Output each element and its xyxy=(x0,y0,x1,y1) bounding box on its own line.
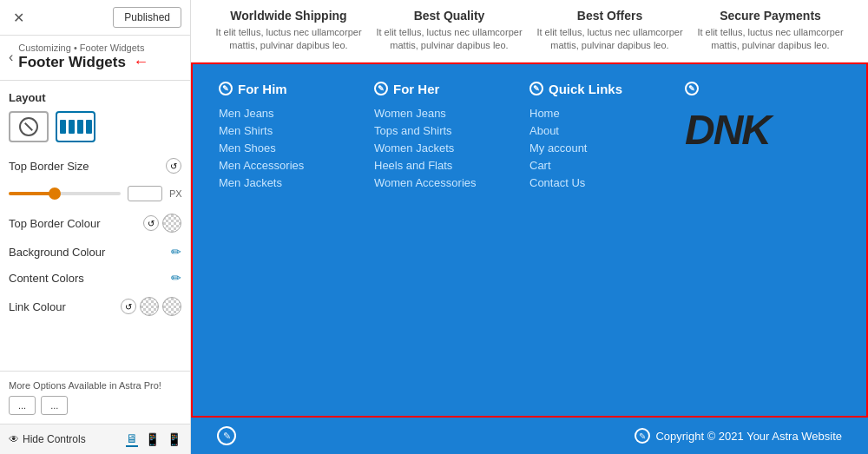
top-border-colour-controls: ↺ xyxy=(143,214,181,233)
close-button[interactable]: ✕ xyxy=(9,8,28,27)
published-button[interactable]: Published xyxy=(113,7,181,28)
panel-footer: More Options Available in Astra Pro! ...… xyxy=(0,371,190,424)
link-colour-reset[interactable]: ↺ xyxy=(121,299,136,314)
copyright-icon: ✎ xyxy=(635,428,650,444)
layout-single-icon xyxy=(19,117,38,136)
footer-link-tops-shirts[interactable]: Tops and Shirts xyxy=(374,124,529,137)
hide-controls-button[interactable]: 👁 Hide Controls xyxy=(9,433,86,445)
footer-bottom-edit-icon[interactable]: ✎ xyxy=(217,426,236,445)
footer-link-about[interactable]: About xyxy=(529,124,685,137)
logo-edit-icon[interactable]: ✎ xyxy=(685,82,699,95)
top-border-size-controls: ↺ xyxy=(166,158,181,174)
panel-top-bar: ✕ Published xyxy=(0,0,190,36)
hide-controls-label: Hide Controls xyxy=(23,433,86,445)
content-colors-label: Content Colors xyxy=(9,272,84,285)
link-colour-swatch2[interactable] xyxy=(162,297,181,316)
layout-label: Layout xyxy=(9,91,181,104)
layout-single-button[interactable] xyxy=(9,111,49,142)
feature-best-quality: Best Quality It elit tellus, luctus nec … xyxy=(372,9,528,53)
feature-title-2: Best Quality xyxy=(372,9,528,23)
top-border-size-reset[interactable]: ↺ xyxy=(166,158,181,174)
quick-links-label: Quick Links xyxy=(549,82,622,96)
feature-desc-1: It elit tellus, luctus nec ullamcorper m… xyxy=(211,26,367,53)
red-arrow-icon: ← xyxy=(133,53,148,70)
feature-title-1: Worldwide Shipping xyxy=(211,9,367,23)
top-border-size-input[interactable] xyxy=(128,186,162,201)
top-border-size-row: Top Border Size ↺ xyxy=(9,158,181,174)
top-border-size-label: Top Border Size xyxy=(9,160,89,173)
content-colors-controls: ✏ xyxy=(171,271,181,285)
header-info: Customizing • Footer Widgets Footer Widg… xyxy=(18,43,181,71)
feature-best-offers: Best Offers It elit tellus, luctus nec u… xyxy=(532,9,688,53)
copyright-text: ✎ Copyright © 2021 Your Astra Website xyxy=(635,428,842,444)
top-border-size-slider[interactable] xyxy=(9,192,121,195)
layout-multi-button[interactable] xyxy=(56,111,95,142)
eye-icon: 👁 xyxy=(9,433,19,445)
panel-title: Footer Widgets xyxy=(18,54,126,70)
footer-logo: DNK xyxy=(685,106,840,154)
layout-multi-icon xyxy=(60,120,92,134)
for-her-edit-icon[interactable]: ✎ xyxy=(374,82,388,95)
feature-secure-payments: Secure Payments It elit tellus, luctus n… xyxy=(693,9,849,53)
desktop-icon-button[interactable]: 🖥 xyxy=(126,431,138,447)
customizer-panel: ✕ Published ‹ Customizing • Footer Widge… xyxy=(0,0,191,454)
footer-link-cart[interactable]: Cart xyxy=(529,159,685,172)
top-border-colour-row: Top Border Colour ↺ xyxy=(9,214,181,233)
link-colour-label: Link Colour xyxy=(9,300,66,313)
footer-bottom-bar: ✎ ✎ Copyright © 2021 Your Astra Website xyxy=(191,418,868,454)
mobile-icon-button[interactable]: 📱 xyxy=(167,431,181,447)
copyright-label: Copyright © 2021 Your Astra Website xyxy=(655,430,842,443)
for-him-edit-icon[interactable]: ✎ xyxy=(219,82,233,95)
top-border-colour-swatch[interactable] xyxy=(162,214,181,233)
feature-title-3: Best Offers xyxy=(532,9,688,23)
footer-link-men-jeans[interactable]: Men Jeans xyxy=(219,107,374,120)
footer-col-for-him: ✎ For Him Men Jeans Men Shirts Men Shoes… xyxy=(219,82,374,398)
footer-col-quick-links: ✎ Quick Links Home About My account Cart… xyxy=(529,82,685,398)
footer-col-logo: ✎ DNK xyxy=(685,82,840,398)
tablet-icon-button[interactable]: 📱 xyxy=(145,431,160,447)
back-button[interactable]: ‹ xyxy=(9,49,13,65)
footer-link-men-shirts[interactable]: Men Shirts xyxy=(219,124,374,137)
for-her-label: For Her xyxy=(393,82,439,96)
link-colour-controls: ↺ xyxy=(121,297,181,316)
background-colour-label: Background Colour xyxy=(9,246,105,259)
footer-link-men-jackets[interactable]: Men Jackets xyxy=(219,176,374,189)
footer-col-for-her: ✎ For Her Women Jeans Tops and Shirts Wo… xyxy=(374,82,529,398)
footer-link-women-jeans[interactable]: Women Jeans xyxy=(374,107,529,120)
top-border-colour-label: Top Border Colour xyxy=(9,217,101,230)
link-colour-swatch[interactable] xyxy=(140,297,159,316)
footer-columns: ✎ For Him Men Jeans Men Shirts Men Shoes… xyxy=(219,82,840,398)
feature-desc-3: It elit tellus, luctus nec ullamcorper m… xyxy=(532,26,688,53)
breadcrumb: Customizing • Footer Widgets xyxy=(18,43,181,53)
footer-col-title-quick-links: ✎ Quick Links xyxy=(529,82,685,96)
upgrade-btn-1[interactable]: ... xyxy=(9,396,36,415)
features-bar: Worldwide Shipping It elit tellus, luctu… xyxy=(191,0,868,63)
footer-link-contact-us[interactable]: Contact Us xyxy=(529,176,685,189)
footer-col-title-logo: ✎ xyxy=(685,82,840,95)
footer-col-title-for-her: ✎ For Her xyxy=(374,82,529,96)
footer-link-heels-flats[interactable]: Heels and Flats xyxy=(374,159,529,172)
background-colour-controls: ✏ xyxy=(171,245,181,259)
background-colour-row: Background Colour ✏ xyxy=(9,245,181,259)
more-options-text: More Options Available in Astra Pro! xyxy=(9,380,181,391)
top-border-colour-reset[interactable]: ↺ xyxy=(143,215,159,231)
device-icons: 🖥 📱 📱 xyxy=(126,431,181,447)
footer-link-home[interactable]: Home xyxy=(529,107,685,120)
footer-link-women-jackets[interactable]: Women Jackets xyxy=(374,141,529,155)
px-label: PX xyxy=(169,188,182,199)
for-him-label: For Him xyxy=(238,82,287,96)
footer-link-men-accessories[interactable]: Men Accessories xyxy=(219,159,374,172)
upgrade-btn-2[interactable]: ... xyxy=(41,396,68,415)
content-colors-pencil-icon[interactable]: ✏ xyxy=(171,271,181,285)
footer-link-women-accessories[interactable]: Women Accessories xyxy=(374,176,529,189)
footer-link-men-shoes[interactable]: Men Shoes xyxy=(219,141,374,155)
feature-title-4: Secure Payments xyxy=(693,9,849,23)
top-border-size-slider-row: PX xyxy=(9,186,181,201)
panel-header: ‹ Customizing • Footer Widgets Footer Wi… xyxy=(0,36,190,81)
footer-link-my-account[interactable]: My account xyxy=(529,141,685,155)
quick-links-edit-icon[interactable]: ✎ xyxy=(529,82,543,95)
feature-desc-2: It elit tellus, luctus nec ullamcorper m… xyxy=(372,26,528,53)
content-colors-row: Content Colors ✏ xyxy=(9,271,181,285)
layout-options xyxy=(9,111,181,142)
background-colour-pencil-icon[interactable]: ✏ xyxy=(171,245,181,259)
